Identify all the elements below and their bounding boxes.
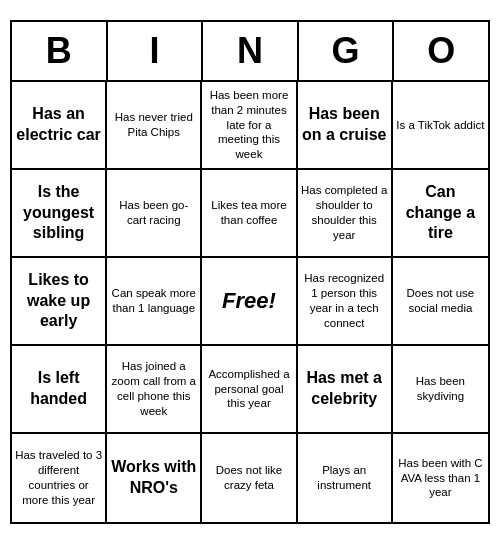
cell-5: Is the youngest sibling: [12, 170, 107, 258]
cell-14: Does not use social media: [393, 258, 488, 346]
cell-6: Has been go-cart racing: [107, 170, 202, 258]
bingo-header: BINGO: [12, 22, 488, 82]
cell-7: Likes tea more than coffee: [202, 170, 297, 258]
cell-19: Has been skydiving: [393, 346, 488, 434]
cell-21: Works with NRO's: [107, 434, 202, 522]
cell-18: Has met a celebrity: [298, 346, 393, 434]
cell-15: Is left handed: [12, 346, 107, 434]
cell-9: Can change a tire: [393, 170, 488, 258]
bingo-grid: Has an electric carHas never tried Pita …: [12, 82, 488, 522]
cell-4: Is a TikTok addict: [393, 82, 488, 170]
header-letter-B: B: [12, 22, 108, 80]
header-letter-I: I: [108, 22, 204, 80]
cell-11: Can speak more than 1 language: [107, 258, 202, 346]
cell-1: Has never tried Pita Chips: [107, 82, 202, 170]
header-letter-O: O: [394, 22, 488, 80]
header-letter-N: N: [203, 22, 299, 80]
cell-8: Has completed a shoulder to shoulder thi…: [298, 170, 393, 258]
free-space: Free!: [202, 258, 297, 346]
bingo-card: BINGO Has an electric carHas never tried…: [10, 20, 490, 524]
cell-16: Has joined a zoom call from a cell phone…: [107, 346, 202, 434]
cell-3: Has been on a cruise: [298, 82, 393, 170]
cell-23: Plays an instrument: [298, 434, 393, 522]
cell-13: Has recognized 1 person this year in a t…: [298, 258, 393, 346]
cell-0: Has an electric car: [12, 82, 107, 170]
cell-2: Has been more than 2 minutes late for a …: [202, 82, 297, 170]
header-letter-G: G: [299, 22, 395, 80]
cell-17: Accomplished a personal goal this year: [202, 346, 297, 434]
cell-10: Likes to wake up early: [12, 258, 107, 346]
cell-20: Has traveled to 3 different countries or…: [12, 434, 107, 522]
cell-22: Does not like crazy feta: [202, 434, 297, 522]
cell-24: Has been with C AVA less than 1 year: [393, 434, 488, 522]
